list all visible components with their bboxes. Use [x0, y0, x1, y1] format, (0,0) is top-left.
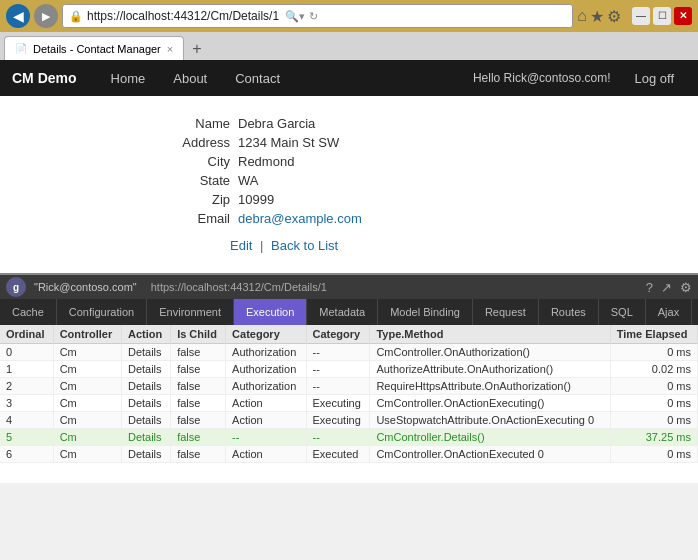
- url-text: https://localhost:44312/Cm/Details/1: [87, 9, 279, 23]
- devtools-tab-request[interactable]: Request: [473, 299, 539, 325]
- label-city: City: [160, 154, 230, 169]
- execution-table: Ordinal Controller Action Is Child Categ…: [0, 325, 698, 463]
- nav-about[interactable]: About: [159, 60, 221, 96]
- forward-button[interactable]: ▶: [34, 4, 58, 28]
- contact-detail: Name Debra Garcia Address 1234 Main St S…: [160, 116, 658, 226]
- table-row: 0CmDetailsfalseAuthorization--CmControll…: [0, 344, 698, 361]
- devtools-tab-histo[interactable]: Histo: [692, 299, 698, 325]
- browser-titlebar: ◀ ▶ 🔒 https://localhost:44312/Cm/Details…: [0, 0, 698, 32]
- devtools-panel: g "Rick@contoso.com" https://localhost:4…: [0, 273, 698, 483]
- navbar-brand[interactable]: CM Demo: [12, 70, 77, 86]
- tab-title: Details - Contact Manager: [33, 43, 161, 55]
- devtools-user-label: "Rick@contoso.com": [34, 281, 137, 293]
- devtools-tabs: Cache Configuration Environment Executio…: [0, 299, 698, 325]
- table-header-row: Ordinal Controller Action Is Child Categ…: [0, 325, 698, 344]
- tab-bar: 📄 Details - Contact Manager × +: [0, 32, 698, 60]
- action-separator: |: [256, 238, 271, 253]
- col-ordinal: Ordinal: [0, 325, 53, 344]
- address-bar[interactable]: 🔒 https://localhost:44312/Cm/Details/1 🔍…: [62, 4, 573, 28]
- favorites-icon[interactable]: ★: [590, 7, 604, 26]
- devtools-tab-sql[interactable]: SQL: [599, 299, 646, 325]
- edit-link[interactable]: Edit: [230, 238, 252, 253]
- col-controller: Controller: [53, 325, 121, 344]
- table-row: 4CmDetailsfalseActionExecutingUseStopwat…: [0, 412, 698, 429]
- table-row: 2CmDetailsfalseAuthorization--RequireHtt…: [0, 378, 698, 395]
- detail-row-state: State WA: [160, 173, 658, 188]
- close-button[interactable]: ✕: [674, 7, 692, 25]
- detail-row-email: Email debra@example.com: [160, 211, 658, 226]
- col-ischild: Is Child: [171, 325, 226, 344]
- devtools-titlebar: g "Rick@contoso.com" https://localhost:4…: [0, 275, 698, 299]
- page-content: Name Debra Garcia Address 1234 Main St S…: [0, 96, 698, 273]
- value-email[interactable]: debra@example.com: [238, 211, 362, 226]
- table-row: 3CmDetailsfalseActionExecutingCmControll…: [0, 395, 698, 412]
- devtools-tab-configuration[interactable]: Configuration: [57, 299, 147, 325]
- search-icon: 🔍▾: [285, 10, 305, 23]
- data-table-container: Ordinal Controller Action Is Child Categ…: [0, 325, 698, 483]
- table-row: 5CmDetailsfalse----CmController.Details(…: [0, 429, 698, 446]
- devtools-tab-ajax[interactable]: Ajax: [646, 299, 692, 325]
- detail-row-city: City Redmond: [160, 154, 658, 169]
- label-zip: Zip: [160, 192, 230, 207]
- tab-close-button[interactable]: ×: [167, 43, 173, 55]
- nav-user: Hello Rick@contoso.com!: [461, 71, 623, 85]
- label-address: Address: [160, 135, 230, 150]
- devtools-title-actions: ? ↗ ⚙: [646, 280, 692, 295]
- col-category1: Category: [226, 325, 306, 344]
- devtools-tab-cache[interactable]: Cache: [0, 299, 57, 325]
- nav-contact[interactable]: Contact: [221, 60, 294, 96]
- navbar: CM Demo Home About Contact Hello Rick@co…: [0, 60, 698, 96]
- nav-right: Hello Rick@contoso.com! Log off: [461, 71, 686, 86]
- table-row: 1CmDetailsfalseAuthorization--AuthorizeA…: [0, 361, 698, 378]
- col-typemethod: Type.Method: [370, 325, 610, 344]
- nav-home[interactable]: Home: [97, 60, 160, 96]
- col-time: Time Elapsed: [610, 325, 697, 344]
- devtools-popout-icon[interactable]: ↗: [661, 280, 672, 295]
- col-action: Action: [121, 325, 170, 344]
- back-to-list-link[interactable]: Back to List: [271, 238, 338, 253]
- value-zip: 10999: [238, 192, 274, 207]
- devtools-tab-metadata[interactable]: Metadata: [307, 299, 378, 325]
- lock-icon: 🔒: [69, 10, 83, 23]
- label-email: Email: [160, 211, 230, 226]
- detail-row-zip: Zip 10999: [160, 192, 658, 207]
- value-state: WA: [238, 173, 258, 188]
- detail-row-address: Address 1234 Main St SW: [160, 135, 658, 150]
- home-icon[interactable]: ⌂: [577, 7, 587, 26]
- settings-icon[interactable]: ⚙: [607, 7, 621, 26]
- value-name: Debra Garcia: [238, 116, 315, 131]
- devtools-avatar: g: [6, 277, 26, 297]
- col-category2: Category: [306, 325, 370, 344]
- new-tab-button[interactable]: +: [184, 36, 209, 60]
- maximize-button[interactable]: ☐: [653, 7, 671, 25]
- value-city: Redmond: [238, 154, 294, 169]
- detail-row-name: Name Debra Garcia: [160, 116, 658, 131]
- devtools-url: https://localhost:44312/Cm/Details/1: [151, 281, 327, 293]
- label-state: State: [160, 173, 230, 188]
- devtools-help-icon[interactable]: ?: [646, 280, 653, 295]
- table-row: 6CmDetailsfalseActionExecutedCmControlle…: [0, 446, 698, 463]
- active-tab[interactable]: 📄 Details - Contact Manager ×: [4, 36, 184, 60]
- tab-icon: 📄: [15, 43, 27, 54]
- devtools-tab-routes[interactable]: Routes: [539, 299, 599, 325]
- devtools-settings-icon[interactable]: ⚙: [680, 280, 692, 295]
- toolbar-right-icons: ⌂ ★ ⚙ — ☐ ✕: [577, 7, 692, 26]
- value-address: 1234 Main St SW: [238, 135, 339, 150]
- minimize-button[interactable]: —: [632, 7, 650, 25]
- page-actions: Edit | Back to List: [230, 238, 658, 253]
- nav-logout[interactable]: Log off: [622, 71, 686, 86]
- devtools-tab-model-binding[interactable]: Model Binding: [378, 299, 473, 325]
- label-name: Name: [160, 116, 230, 131]
- refresh-icon[interactable]: ↻: [309, 10, 318, 23]
- devtools-tab-execution[interactable]: Execution: [234, 299, 307, 325]
- back-button[interactable]: ◀: [6, 4, 30, 28]
- devtools-tab-environment[interactable]: Environment: [147, 299, 234, 325]
